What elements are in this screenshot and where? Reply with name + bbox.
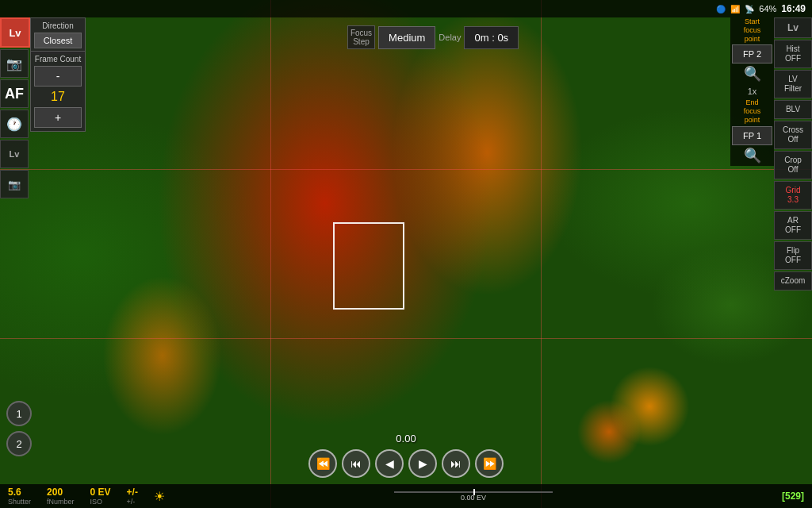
ev-bar-line <box>394 491 553 493</box>
zoom-label: 1x <box>730 84 774 98</box>
play-button[interactable]: ▶ <box>408 449 437 478</box>
right-panel: Lv HistOFF LVFilter BLV CrossOff CropOff… <box>774 17 812 484</box>
left-icon-group: 📷 AF 🕐 Lv 📷 <box>0 17 30 198</box>
camera-background <box>0 0 812 508</box>
medium-button[interactable]: Medium <box>378 26 435 49</box>
ar-off-button[interactable]: AROFF <box>774 211 812 240</box>
start-focus-stack-label: Startfocuspoint <box>730 17 774 43</box>
focus-step-box: FocusStep <box>347 25 375 49</box>
ev-value: +/- <box>127 487 138 498</box>
sun-icon: ☀ <box>154 489 165 504</box>
end-focus-point-label: Endfocuspoint <box>730 98 774 124</box>
bottom-bar: 5.6 Shutter 200 fNumber 0 EV ISO +/- +/-… <box>0 484 812 508</box>
af-icon: AF <box>5 86 24 102</box>
prev-frame-button[interactable]: ⏮ <box>342 449 370 478</box>
closest-button[interactable]: Closest <box>34 33 82 48</box>
direction-panel: Direction Closest <box>30 17 86 54</box>
crop-off-button[interactable]: CropOff <box>774 151 812 179</box>
fp2-button[interactable]: FP 2 <box>732 44 772 64</box>
ev-value: 0.00 <box>396 433 416 444</box>
left-panel: Lv Direction Closest Frame Count - 17 + … <box>0 17 86 484</box>
iso-label: ISO <box>90 498 103 506</box>
lv-icon-button[interactable]: Lv <box>0 140 29 168</box>
rewind-button[interactable]: ⏪ <box>308 449 337 478</box>
frame-count-value: 17 <box>34 87 82 107</box>
blv-button[interactable]: BLV <box>774 100 812 119</box>
battery-level: 64% <box>759 4 776 13</box>
delay-value[interactable]: 0m : 0s <box>464 26 519 49</box>
circle-buttons: 1 2 <box>6 401 32 456</box>
fp1-button[interactable]: FP 1 <box>732 126 772 145</box>
focus-stack-panel: Startfocuspoint FP 2 🔍 1x Endfocuspoint … <box>730 17 774 166</box>
fp2-search-icon[interactable]: 🔍 <box>732 65 772 83</box>
circle-button-2[interactable]: 2 <box>6 431 32 456</box>
focus-step-value: Medium <box>389 32 425 44</box>
clock-button[interactable]: 🕐 <box>0 110 29 138</box>
playback-controls: ⏪ ⏮ ◀ ▶ ⏭ ⏩ <box>0 449 812 478</box>
frame-count-panel: Frame Count - 17 + <box>30 51 86 132</box>
focus-rectangle[interactable] <box>333 222 404 310</box>
fnumber-value: 200 <box>47 487 63 498</box>
hist-off-button[interactable]: HistOFF <box>774 40 812 68</box>
shutter-value: 5.6 <box>8 487 21 498</box>
signal-icon: 📡 <box>745 5 754 13</box>
bluetooth-icon: 🔵 <box>716 5 726 13</box>
status-bar: 🔵 📶 📡 64% 16:49 <box>0 0 812 17</box>
lv-filter-button[interactable]: LVFilter <box>774 70 812 98</box>
camera-icon-button[interactable]: 📷 <box>0 49 29 78</box>
fp1-search-icon[interactable]: 🔍 <box>732 147 772 164</box>
lv-mode-icon: Lv <box>10 149 20 159</box>
direction-title: Direction <box>34 21 82 30</box>
flip-off-button[interactable]: FlipOFF <box>774 241 812 270</box>
step-forward-button[interactable]: ⏭ <box>442 449 470 478</box>
fnumber-param: 200 fNumber <box>47 487 75 506</box>
lv-right-icon[interactable]: Lv <box>774 17 812 38</box>
ev-display: 0.00 <box>396 433 416 444</box>
fast-forward-button[interactable]: ⏩ <box>475 449 504 478</box>
grid-button[interactable]: Grid3.3 <box>774 181 812 210</box>
shutter-param: 5.6 Shutter <box>8 487 31 506</box>
clock-icon: 🕐 <box>6 117 22 132</box>
lv-camera-button[interactable]: 📷 <box>0 170 29 198</box>
fnumber-label: fNumber <box>47 498 75 506</box>
iso-param: 0 EV ISO <box>90 487 111 506</box>
ev-label: +/- <box>127 498 136 506</box>
ev-indicator <box>473 489 475 495</box>
focus-step-label: FocusStep <box>350 29 372 46</box>
step-back-button[interactable]: ◀ <box>375 449 404 478</box>
top-controls: FocusStep Medium Delay 0m : 0s <box>86 17 780 57</box>
frame-count-minus-button[interactable]: - <box>34 66 82 87</box>
delay-label: Delay <box>439 33 461 42</box>
ev-param: +/- +/- <box>127 487 138 506</box>
camera-icon: 📷 <box>6 56 22 71</box>
iso-value: 0 EV <box>90 487 111 498</box>
shutter-label: Shutter <box>8 498 31 506</box>
af-button[interactable]: AF <box>0 79 29 108</box>
circle-button-1[interactable]: 1 <box>6 401 32 426</box>
lv-camera-icon: 📷 <box>8 179 21 190</box>
frame-count-title: Frame Count <box>34 55 82 64</box>
frame-count-plus-button[interactable]: + <box>34 107 82 128</box>
wifi-icon: 📶 <box>730 5 740 13</box>
frame-count-display: [529] <box>782 491 804 502</box>
czoom-button[interactable]: cZoom <box>774 271 812 291</box>
cross-off-button[interactable]: CrossOff <box>774 121 812 149</box>
clock-time: 16:49 <box>781 3 806 14</box>
ev-bar: 0.00 EV <box>181 491 766 502</box>
